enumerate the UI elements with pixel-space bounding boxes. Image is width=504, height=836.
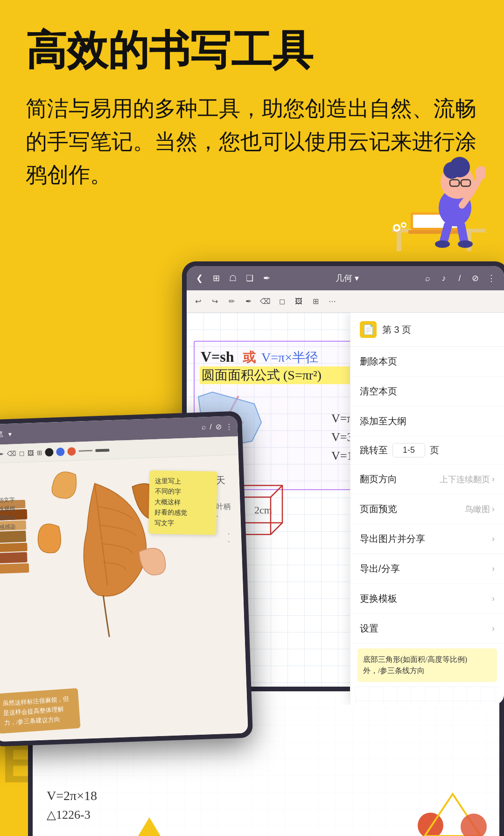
sticky-note-1: 这里写上不同的字大概这样好看的感觉写文字 — [148, 471, 217, 535]
sec-eraser-icon[interactable]: ⌫ — [7, 450, 16, 457]
tablet-secondary-inner: 画笔 ▾ ⌕ / ⊘ ⋮ ✏ ✒ ⌫ ◻ 🖼 ⊞ — [0, 416, 248, 742]
leaf-label-3: ·· — [228, 530, 230, 546]
deco-triangle — [135, 817, 163, 836]
menu-header: 📄 第 3 页 — [350, 313, 504, 347]
arrow-icon-3: › — [492, 534, 495, 544]
bookmark-icon[interactable]: ☖ — [227, 273, 238, 284]
page-jump-input[interactable] — [392, 443, 425, 457]
toolbar-title: 几何 ▾ — [336, 273, 359, 284]
arrow-icon-2: › — [492, 504, 495, 514]
sec-grid-icon[interactable]: ⊞ — [36, 449, 42, 456]
svg-point-17 — [395, 226, 399, 230]
toolbar-right: ⌕ ♪ / ⊘ ⋮ — [422, 273, 497, 284]
svg-point-9 — [443, 162, 460, 179]
select-icon[interactable]: ◻ — [275, 295, 288, 308]
sec-slash-icon[interactable]: / — [210, 423, 212, 431]
left-notes: 一些文字特殊规模按照配色情感感染 — [0, 496, 16, 532]
tablet-secondary: 画笔 ▾ ⌕ / ⊘ ⋮ ✏ ✒ ⌫ ◻ 🖼 ⊞ — [0, 411, 253, 746]
svg-rect-1 — [397, 232, 401, 251]
undo-icon[interactable]: ↩ — [191, 295, 204, 308]
sec-toolbar-arrow: ▾ — [8, 430, 12, 438]
sec-more-icon[interactable]: ⋮ — [225, 422, 233, 431]
pen-icon[interactable]: ✒ — [261, 273, 272, 284]
menu-item-settings[interactable]: 设置 › — [350, 614, 504, 644]
copy-icon[interactable]: ❑ — [244, 273, 255, 284]
sec-marker-icon[interactable]: ✒ — [0, 450, 4, 457]
bottom-formula-2: △1226-3 — [47, 808, 91, 822]
main-title: 高效的书写工具 — [26, 28, 478, 73]
svg-point-15 — [458, 240, 473, 248]
drawing-toolbar: ↩ ↪ ✏ ✒ ⌫ ◻ 🖼 ⊞ ⋯ — [187, 290, 504, 313]
svg-text:V=π×半径: V=π×半径 — [261, 350, 318, 365]
svg-line-40 — [271, 523, 282, 534]
menu-item-direction[interactable]: 翻页方向 上下连续翻页 › — [350, 464, 504, 494]
menu-item-template[interactable]: 更换模板 › — [350, 584, 504, 614]
character-illustration — [383, 140, 485, 257]
menu-item-delete[interactable]: 删除本页 — [350, 347, 504, 377]
marker-icon[interactable]: ✒ — [242, 295, 255, 308]
line-width-thin — [78, 450, 92, 452]
svg-text:圆面面积公式 (S=πr²): 圆面面积公式 (S=πr²) — [202, 368, 322, 382]
menu-item-jump: 跳转至 页 — [350, 436, 504, 464]
table-icon[interactable]: ⊞ — [309, 295, 322, 308]
menu-item-export[interactable]: 导出/分享 › — [350, 554, 504, 584]
sticky-note-2: 虽然这样标注很麻烦，但是这样会提高整体理解力，/参三条建议方向 — [0, 688, 81, 734]
menu-page-title: 第 3 页 — [382, 323, 411, 336]
sec-search-icon[interactable]: ⌕ — [201, 423, 206, 431]
menu-item-preview[interactable]: 页面预览 鸟瞰图 › — [350, 494, 504, 524]
tablet-toolbar: ❮ ⊞ ☖ ❑ ✒ 几何 ▾ ⌕ ♪ / ⊘ ⋮ — [187, 266, 504, 290]
line-width-mid — [95, 449, 109, 452]
no-icon[interactable]: ⊘ — [470, 273, 481, 284]
bottom-deco-svg — [415, 789, 490, 836]
tent-drawing-area: 4cm 18cm — [355, 687, 499, 705]
sec-select-icon[interactable]: ◻ — [19, 449, 25, 457]
menu-panel: 📄 第 3 页 删除本页 清空本页 添加至大纲 — [350, 313, 504, 705]
bottom-formula-1: V=2π×18 — [47, 788, 97, 803]
mic-icon[interactable]: ♪ — [438, 273, 449, 284]
arrow-icon-5: › — [492, 594, 495, 604]
color-black[interactable] — [45, 448, 54, 457]
svg-point-56 — [461, 814, 487, 836]
svg-text:或: 或 — [242, 350, 256, 365]
image-icon[interactable]: 🖼 — [292, 295, 305, 308]
menu-item-outline[interactable]: 添加至大纲 — [350, 407, 504, 436]
more2-icon[interactable]: ⋯ — [326, 295, 339, 308]
slash-icon[interactable]: / — [454, 273, 465, 284]
sec-toolbar-right: ⌕ / ⊘ ⋮ — [201, 422, 233, 432]
tablets-container: ❮ ⊞ ☖ ❑ ✒ 几何 ▾ ⌕ ♪ / ⊘ ⋮ ↩ — [0, 261, 504, 836]
arrow-icon-6: › — [492, 624, 495, 633]
arrow-icon-4: › — [492, 564, 495, 574]
svg-text:V=sh: V=sh — [201, 348, 234, 365]
leaf-label-2: 叶柄· — [216, 502, 231, 520]
search-icon[interactable]: ⌕ — [422, 273, 434, 284]
pencil-icon[interactable]: ✏ — [225, 295, 238, 308]
svg-point-19 — [402, 224, 405, 226]
page-container: 高效的书写工具 简洁与易用的多种工具，助您创造出自然、流畅的手写笔记。当然，您也… — [0, 0, 504, 836]
redo-icon[interactable]: ↪ — [208, 295, 221, 308]
sticky-note-menu: 底部三角形(如面积/高度等比例)外，/参三条线方向 — [357, 648, 497, 682]
eraser-icon[interactable]: ⌫ — [259, 295, 272, 308]
svg-rect-5 — [408, 230, 464, 234]
color-red[interactable] — [67, 447, 76, 456]
svg-text:2cm: 2cm — [254, 504, 272, 516]
sec-toolbar-label: 画笔 — [0, 430, 3, 439]
menu-item-clear[interactable]: 清空本页 — [350, 377, 504, 407]
svg-line-38 — [271, 485, 282, 497]
svg-rect-41 — [355, 687, 499, 705]
menu-page-icon: 📄 — [360, 321, 377, 338]
color-blue[interactable] — [56, 447, 65, 456]
back-icon[interactable]: ❮ — [194, 273, 205, 284]
sec-content: 叶天 叶柄· ·· 这里写上不同的字大概这样好看的感觉写文字 一些文字特殊规模按… — [0, 455, 248, 742]
more-icon[interactable]: ⋮ — [486, 273, 497, 284]
arrow-icon: › — [492, 474, 495, 484]
svg-point-14 — [435, 240, 450, 248]
grid-icon[interactable]: ⊞ — [210, 273, 222, 284]
sec-img-icon[interactable]: 🖼 — [27, 449, 34, 457]
sec-no-icon[interactable]: ⊘ — [215, 422, 222, 431]
menu-item-export-img[interactable]: 导出图片并分享 › — [350, 524, 504, 554]
